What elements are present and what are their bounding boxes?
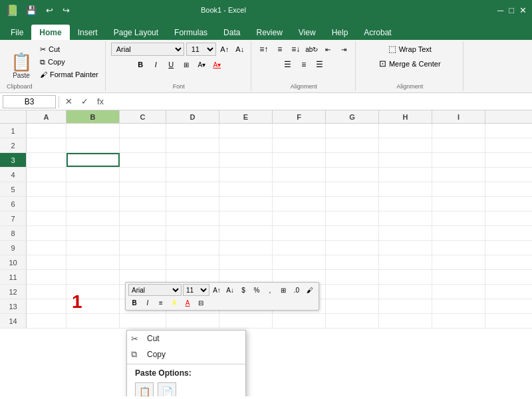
- ctx-paste-icon-1[interactable]: 📋: [135, 382, 154, 396]
- mini-increase-font[interactable]: A↑: [211, 284, 223, 296]
- cell-f1[interactable]: [273, 124, 326, 138]
- align-bottom-btn[interactable]: ≡↓: [289, 43, 303, 56]
- col-header-a[interactable]: A: [27, 110, 66, 123]
- italic-button[interactable]: I: [149, 58, 162, 71]
- cell-b1[interactable]: [66, 124, 120, 138]
- tab-formulas[interactable]: Formulas: [166, 25, 215, 40]
- cell-h1[interactable]: [379, 124, 432, 138]
- confirm-formula-button[interactable]: ✓: [78, 95, 91, 108]
- font-size-select[interactable]: 11: [186, 43, 216, 56]
- col-header-c[interactable]: C: [120, 110, 166, 123]
- copy-button[interactable]: ⧉ Copy: [37, 57, 101, 68]
- cell-e1[interactable]: [219, 124, 273, 138]
- cell-f2[interactable]: [273, 138, 326, 152]
- ctx-cut[interactable]: ✂ Cut: [127, 331, 245, 346]
- cell-b4[interactable]: [66, 168, 120, 182]
- wrap-text-button[interactable]: ⬚ Wrap Text: [384, 43, 436, 55]
- cell-g3[interactable]: [326, 153, 379, 167]
- tab-insert[interactable]: Insert: [70, 25, 106, 40]
- maximize-button[interactable]: □: [509, 5, 514, 15]
- col-header-f[interactable]: F: [273, 110, 326, 123]
- cell-c3[interactable]: [120, 153, 166, 167]
- mini-fill-btn[interactable]: A: [168, 297, 180, 309]
- border-button[interactable]: ⊞: [180, 58, 193, 71]
- col-header-b[interactable]: B: [66, 110, 120, 123]
- mini-size-select[interactable]: 11: [183, 284, 209, 296]
- mini-paint-btn[interactable]: 🖌: [304, 284, 316, 296]
- tab-data[interactable]: Data: [215, 25, 248, 40]
- col-header-d[interactable]: D: [166, 110, 219, 123]
- cancel-formula-button[interactable]: ✕: [62, 95, 75, 108]
- mini-align-btn[interactable]: ≡: [155, 297, 167, 309]
- cell-b2[interactable]: [66, 138, 120, 152]
- cell-i1[interactable]: [432, 124, 485, 138]
- cell-e3[interactable]: [219, 153, 273, 167]
- align-center-btn[interactable]: ≡: [297, 58, 311, 71]
- tab-file[interactable]: File: [3, 25, 31, 40]
- cell-c2[interactable]: [120, 138, 166, 152]
- mini-italic-btn[interactable]: I: [142, 297, 154, 309]
- tab-page-layout[interactable]: Page Layout: [106, 25, 166, 40]
- indent-decrease-btn[interactable]: ⇤: [321, 43, 335, 56]
- text-direction-btn[interactable]: ab↻: [305, 43, 319, 56]
- mini-decrease-font[interactable]: A↓: [224, 284, 236, 296]
- cell-i3[interactable]: [432, 153, 485, 167]
- tab-home[interactable]: Home: [31, 25, 69, 40]
- mini-bold-btn[interactable]: B: [128, 297, 140, 309]
- undo-button[interactable]: ↩: [43, 4, 57, 17]
- col-header-i[interactable]: I: [432, 110, 485, 123]
- cell-e2[interactable]: [219, 138, 273, 152]
- col-header-g[interactable]: G: [326, 110, 379, 123]
- close-button[interactable]: ✕: [519, 5, 527, 15]
- tab-acrobat[interactable]: Acrobat: [356, 25, 399, 40]
- tab-review[interactable]: Review: [248, 25, 290, 40]
- fill-color-button[interactable]: A▾: [195, 58, 208, 71]
- cut-button[interactable]: ✂ Cut: [37, 44, 101, 55]
- cell-d1[interactable]: [166, 124, 219, 138]
- mini-border-btn[interactable]: ⊞: [277, 284, 289, 296]
- mini-font-select[interactable]: Arial: [128, 284, 182, 296]
- cell-reference-input[interactable]: B3: [3, 95, 56, 108]
- bold-button[interactable]: B: [134, 58, 147, 71]
- cell-a1[interactable]: [27, 124, 66, 138]
- formula-input[interactable]: [110, 95, 529, 108]
- mini-dec-btn[interactable]: .0: [291, 284, 303, 296]
- cell-d2[interactable]: [166, 138, 219, 152]
- format-painter-button[interactable]: 🖌 Format Painter: [37, 69, 101, 80]
- minimize-button[interactable]: ─: [497, 5, 503, 15]
- decrease-font-btn[interactable]: A↓: [233, 43, 247, 56]
- font-color-button[interactable]: A▾: [210, 58, 223, 71]
- align-right-btn[interactable]: ☰: [313, 58, 327, 71]
- cell-a4[interactable]: [27, 168, 66, 182]
- align-top-btn[interactable]: ≡↑: [257, 43, 271, 56]
- tab-help[interactable]: Help: [324, 25, 356, 40]
- mini-font-color-btn[interactable]: A: [182, 297, 194, 309]
- ctx-copy[interactable]: ⧉ Copy: [127, 346, 245, 362]
- align-middle-btn[interactable]: ≡: [273, 43, 287, 56]
- tab-view[interactable]: View: [291, 25, 324, 40]
- mini-percent-btn[interactable]: %: [251, 284, 263, 296]
- underline-button[interactable]: U: [164, 58, 178, 71]
- insert-function-button[interactable]: fx: [94, 95, 107, 108]
- font-family-select[interactable]: Arial: [111, 43, 184, 56]
- cell-d3[interactable]: [166, 153, 219, 167]
- cell-a2[interactable]: [27, 138, 66, 152]
- merge-center-button[interactable]: ⊡ Merge & Center: [375, 57, 445, 70]
- redo-button[interactable]: ↪: [59, 4, 73, 17]
- cell-g2[interactable]: [326, 138, 379, 152]
- mini-comma-btn[interactable]: ,: [264, 284, 276, 296]
- cell-f3[interactable]: [273, 153, 326, 167]
- cell-c1[interactable]: [120, 124, 166, 138]
- save-button[interactable]: 💾: [23, 4, 40, 17]
- cell-i2[interactable]: [432, 138, 485, 152]
- indent-increase-btn[interactable]: ⇥: [336, 43, 351, 56]
- cell-h2[interactable]: [379, 138, 432, 152]
- cell-h3[interactable]: [379, 153, 432, 167]
- col-header-e[interactable]: E: [219, 110, 273, 123]
- cell-b3[interactable]: [66, 153, 120, 167]
- col-header-h[interactable]: H: [379, 110, 432, 123]
- ctx-paste-icon-2[interactable]: 📄: [158, 382, 176, 396]
- mini-border-style-btn[interactable]: ⊟: [195, 297, 207, 309]
- mini-format-btn[interactable]: $: [237, 284, 249, 296]
- cell-a3[interactable]: [27, 153, 66, 167]
